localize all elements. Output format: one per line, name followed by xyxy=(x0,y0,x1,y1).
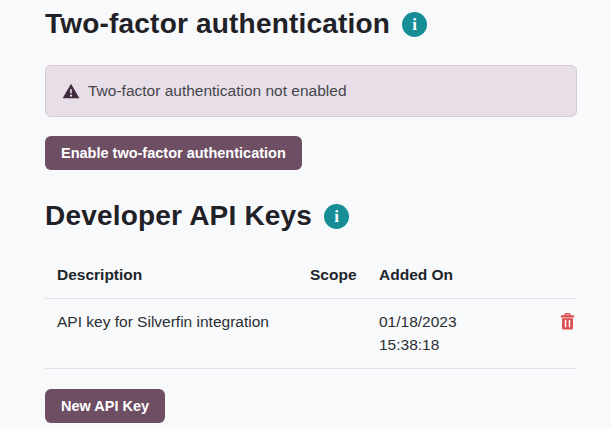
info-circle-icon[interactable]: i xyxy=(402,12,427,37)
trash-icon xyxy=(560,313,575,330)
column-header-description: Description xyxy=(45,252,298,299)
twofactor-section-title: Two-factor authentication i xyxy=(45,8,427,40)
settings-page: Two-factor authentication i Two-factor a… xyxy=(0,0,611,423)
warning-triangle-icon xyxy=(62,82,80,100)
table-header-row: Description Scope Added On xyxy=(45,252,577,299)
twofactor-alert-text: Two-factor authentication not enabled xyxy=(88,82,347,100)
info-circle-icon[interactable]: i xyxy=(324,204,349,229)
api-key-actions-cell xyxy=(532,299,577,369)
column-header-actions xyxy=(532,252,577,299)
column-header-scope: Scope xyxy=(298,252,367,299)
api-keys-table: Description Scope Added On API key for S… xyxy=(45,252,577,369)
twofactor-alert: Two-factor authentication not enabled xyxy=(45,65,577,117)
column-header-added-on: Added On xyxy=(367,252,532,299)
api-key-added-on-cell: 01/18/2023 15:38:18 xyxy=(367,299,532,369)
twofactor-title-text: Two-factor authentication xyxy=(45,8,390,40)
api-keys-section-title: Developer API Keys i xyxy=(45,200,349,232)
new-api-key-button[interactable]: New API Key xyxy=(45,389,165,423)
api-key-scope-cell xyxy=(298,299,367,369)
api-key-description-cell: API key for Silverfin integration xyxy=(45,299,298,369)
enable-twofactor-button[interactable]: Enable two-factor authentication xyxy=(45,136,302,170)
table-row: API key for Silverfin integration 01/18/… xyxy=(45,299,577,369)
api-keys-title-text: Developer API Keys xyxy=(45,200,312,232)
delete-api-key-button[interactable] xyxy=(560,313,575,333)
